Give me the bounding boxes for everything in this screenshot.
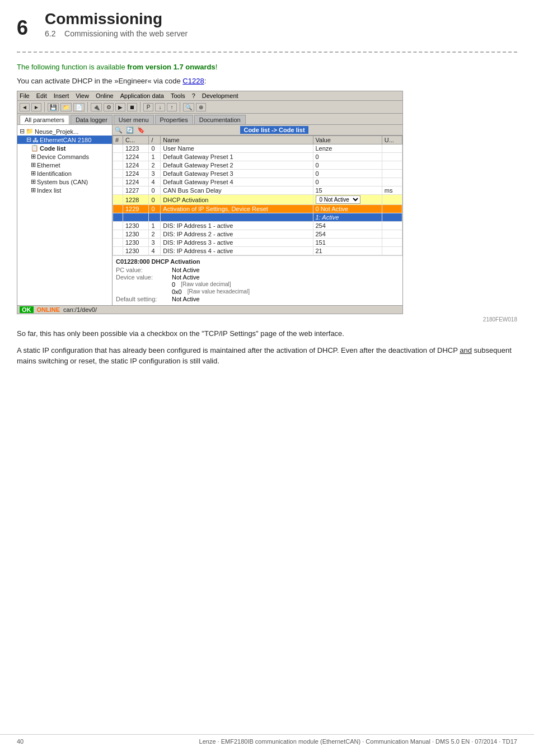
tab-properties[interactable]: Properties [155, 115, 193, 124]
cell-value: 0 [313, 170, 382, 178]
toolbar-btn3[interactable]: ▶ [115, 103, 125, 111]
menu-online[interactable]: Online [96, 92, 114, 99]
toolbar-param[interactable]: P [143, 103, 153, 111]
cell-check [113, 239, 123, 247]
tab-documentation[interactable]: Documentation [194, 115, 246, 124]
info-default-label: Default setting: [116, 296, 166, 302]
app-body: ⊟ 📁 Neuse_Projek... ⊟ 🖧 EthernetCAN 2180… [17, 125, 402, 305]
toolbar-btn2[interactable]: ⚙ [104, 103, 114, 111]
tree-child-expand: ⊟ [26, 136, 31, 143]
table-row[interactable]: 12304DIS: IP Address 4 - active21 [113, 247, 402, 255]
cell-value: Lenze [313, 144, 382, 153]
cell-code: 1230 [123, 230, 149, 239]
toolbar-new[interactable]: 📄 [73, 103, 85, 111]
toolbar-zoom[interactable]: ⊕ [196, 103, 206, 111]
menu-file[interactable]: File [20, 92, 30, 99]
table-row[interactable]: 12301DIS: IP Address 1 - active254 [113, 222, 402, 230]
cell-check [113, 170, 123, 178]
menu-view[interactable]: View [76, 92, 89, 99]
menu-insert[interactable]: Insert [54, 92, 69, 99]
codelist-icon-refresh[interactable]: 🔄 [126, 127, 134, 134]
toolbar-upload[interactable]: ↑ [167, 103, 177, 111]
info-pc-value: Not Active [172, 267, 200, 273]
cell-check [113, 230, 123, 239]
codelist-icon-bookmark[interactable]: 🔖 [137, 127, 145, 134]
and-underlined: and [460, 346, 472, 354]
cell-name: DIS: IP Address 1 - active [161, 222, 313, 230]
col-header-code[interactable]: C... [123, 136, 149, 144]
col-header-unit: U... [382, 136, 402, 144]
tree-item-codelist[interactable]: 📋 Code list [26, 144, 112, 152]
table-row[interactable]: 12243Default Gateway Preset 30 [113, 170, 402, 178]
cell-name: Default Gateway Preset 1 [161, 153, 313, 161]
cell-value[interactable]: 0 Not Active1 Active [313, 195, 382, 205]
table-row[interactable]: 12270CAN Bus Scan Delay15ms [113, 186, 402, 195]
cell-unit [382, 239, 402, 247]
cell-unit [382, 205, 402, 213]
toolbar-forward[interactable]: ► [31, 103, 41, 111]
cell-name [161, 213, 313, 222]
tab-all-parameters[interactable]: All parameters [20, 115, 69, 124]
menu-tools[interactable]: Tools [171, 92, 185, 99]
cell-unit [382, 161, 402, 170]
tree-dc-label: Device Commands [37, 153, 89, 160]
fig-caption: 2180FEW018 [17, 316, 517, 323]
section-title: Commissioning with the web server [64, 29, 188, 38]
cell-name: Activation of IP Settings, Device Reset [161, 205, 313, 213]
cell-value: 0 Not Active [313, 205, 382, 213]
table-row[interactable]: 12280DHCP Activation0 Not Active1 Active [113, 195, 402, 205]
tab-user-menu[interactable]: User menu [114, 115, 154, 124]
tree-item-device-commands[interactable]: ⊞ Device Commands [26, 152, 112, 161]
codelist-path: Code list -> Code list [240, 126, 308, 134]
table-row[interactable]: 12303DIS: IP Address 3 - active151 [113, 239, 402, 247]
value-select[interactable]: 0 Not Active1 Active [316, 195, 360, 204]
table-row[interactable]: 12241Default Gateway Preset 10 [113, 153, 402, 161]
table-row[interactable]: 12230User NameLenze [113, 144, 402, 153]
cell-name: Default Gateway Preset 2 [161, 161, 313, 170]
cell-name: DIS: IP Address 2 - active [161, 230, 313, 239]
tree-idx-label: Index list [37, 187, 61, 194]
tab-data-logger[interactable]: Data logger [71, 115, 113, 124]
section-number: 6.2 [45, 29, 55, 38]
table-row[interactable]: 12244Default Gateway Preset 40 [113, 178, 402, 186]
table-row[interactable]: 1: Active [113, 213, 402, 222]
cell-name: DHCP Activation [161, 195, 313, 205]
table-row[interactable]: 12290Activation of IP Settings, Device R… [113, 205, 402, 213]
right-panel: 🔍 🔄 🔖 Code list -> Code list # C... [113, 125, 402, 305]
tree-item-sysbus[interactable]: ⊞ System bus (CAN) [26, 178, 112, 186]
tree-root[interactable]: ⊟ 📁 Neuse_Projek... [17, 127, 112, 136]
toolbar-open[interactable]: 📁 [60, 103, 72, 111]
cell-unit: ms [382, 186, 402, 195]
menu-appdata[interactable]: Application data [120, 92, 164, 99]
toolbar-save[interactable]: 💾 [48, 103, 59, 111]
function-notice: The following function is available from… [17, 63, 517, 71]
toolbar-btn4[interactable]: ⏹ [127, 103, 137, 111]
codelist-icon-filter[interactable]: 🔍 [115, 127, 123, 134]
cell-value: 0 [313, 161, 382, 170]
table-row[interactable]: 12242Default Gateway Preset 20 [113, 161, 402, 170]
table-row[interactable]: 12302DIS: IP Address 2 - active254 [113, 230, 402, 239]
cell-unit [382, 213, 402, 222]
toolbar-download[interactable]: ↓ [155, 103, 165, 111]
tree-sysbus-label: System bus (CAN) [37, 179, 88, 185]
cell-idx: 1 [149, 222, 161, 230]
tree-item-ethernet[interactable]: ⊞ Ethernet [26, 161, 112, 169]
chapter-titles: Commissioning 6.2 Commissioning with the… [45, 10, 188, 38]
menu-dev[interactable]: Development [202, 92, 238, 99]
menu-help[interactable]: ? [192, 92, 195, 99]
toolbar-back[interactable]: ◄ [20, 103, 30, 111]
app-toolbar: ◄ ► 💾 📁 📄 🔌 ⚙ ▶ ⏹ P ↓ ↑ 🔍 ⊕ [17, 101, 402, 114]
toolbar-online[interactable]: 🔌 [91, 103, 102, 111]
tree-item-indexlist[interactable]: ⊞ Index list [26, 186, 112, 194]
toolbar-search[interactable]: 🔍 [183, 103, 194, 111]
tree-item-identification[interactable]: ⊞ Identification [26, 169, 112, 178]
cell-idx: 0 [149, 205, 161, 213]
cell-name: Default Gateway Preset 4 [161, 178, 313, 186]
cell-check [113, 222, 123, 230]
c1228-link[interactable]: C1228 [182, 77, 204, 85]
main-content: The following function is available from… [0, 63, 534, 367]
tree-child-ethernetcan[interactable]: ⊟ 🖧 EthernetCAN 2180 [17, 136, 112, 144]
cell-code: 1230 [123, 222, 149, 230]
tree-folder-icon: 📁 [26, 128, 34, 135]
menu-edit[interactable]: Edit [36, 92, 47, 99]
